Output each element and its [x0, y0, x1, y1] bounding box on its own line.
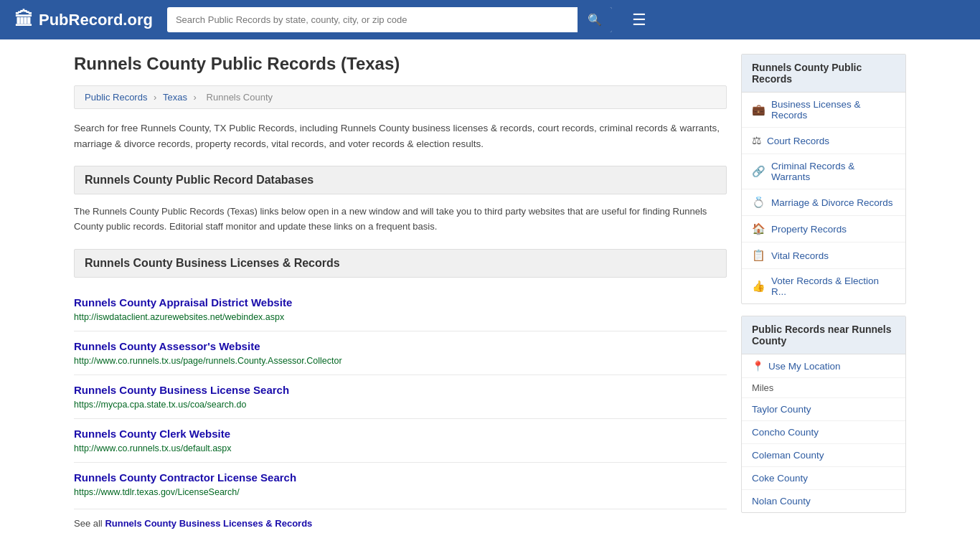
logo-icon: 🏛: [14, 9, 33, 31]
nearby-taylor[interactable]: Taylor County: [742, 398, 905, 421]
clipboard-icon: 📋: [752, 249, 765, 262]
sidebar-nearby-header: Public Records near Runnels County: [742, 316, 905, 354]
record-link-0[interactable]: Runnels County Appraisal District Websit…: [74, 296, 727, 309]
sidebar-label-court: Court Records: [767, 136, 829, 146]
sidebar-use-location[interactable]: 📍 Use My Location: [742, 354, 905, 378]
sidebar-item-voter[interactable]: 👍 Voter Records & Election R...: [742, 269, 905, 303]
nearby-concho[interactable]: Concho County: [742, 421, 905, 444]
nearby-nolan[interactable]: Nolan County: [742, 490, 905, 512]
breadcrumb-sep-2: ›: [194, 92, 199, 103]
sidebar-label-criminal: Criminal Records & Warrants: [771, 161, 895, 182]
site-logo[interactable]: 🏛 PubRecord.org: [14, 9, 153, 31]
sidebar-item-property[interactable]: 🏠 Property Records: [742, 216, 905, 242]
intro-text: Search for free Runnels County, TX Publi…: [74, 121, 727, 151]
record-link-3[interactable]: Runnels County Clerk Website: [74, 428, 727, 440]
breadcrumb-county: Runnels County: [207, 92, 273, 103]
sidebar: Runnels County Public Records 💼 Business…: [741, 54, 906, 537]
scales-icon: ⚖: [752, 134, 761, 147]
db-description: The Runnels County Public Records (Texas…: [74, 204, 727, 235]
breadcrumb: Public Records › Texas › Runnels County: [74, 85, 727, 109]
search-icon: 🔍: [588, 14, 602, 26]
main-content: Runnels County Public Records (Texas) Pu…: [74, 54, 727, 537]
business-section-header: Runnels County Business Licenses & Recor…: [74, 249, 727, 278]
db-section-header: Runnels County Public Record Databases: [74, 166, 727, 194]
record-item-1: Runnels County Assessor's Website http:/…: [74, 331, 727, 375]
miles-label: Miles: [752, 382, 773, 393]
record-url-3[interactable]: http://www.co.runnels.tx.us/default.aspx: [74, 443, 232, 453]
record-url-4[interactable]: https://www.tdlr.texas.gov/LicenseSearch…: [74, 487, 240, 497]
records-list: Runnels County Appraisal District Websit…: [74, 288, 727, 506]
record-url-2[interactable]: https://mycpa.cpa.state.tx.us/coa/search…: [74, 400, 246, 410]
logo-text: PubRecord.org: [39, 11, 153, 29]
sidebar-item-marriage[interactable]: 💍 Marriage & Divorce Records: [742, 189, 905, 216]
page-title: Runnels County Public Records (Texas): [74, 54, 727, 74]
briefcase-icon: 💼: [752, 103, 765, 116]
record-item-0: Runnels County Appraisal District Websit…: [74, 288, 727, 331]
sidebar-label-marriage: Marriage & Divorce Records: [771, 197, 893, 208]
sidebar-categories-section: Runnels County Public Records 💼 Business…: [741, 54, 906, 304]
sidebar-label-property: Property Records: [771, 224, 847, 235]
nearby-coke[interactable]: Coke County: [742, 467, 905, 490]
see-all-link[interactable]: Runnels County Business Licenses & Recor…: [105, 518, 312, 529]
sidebar-item-vital[interactable]: 📋 Vital Records: [742, 242, 905, 269]
sidebar-label-business: Business Licenses & Records: [771, 99, 895, 121]
see-all-section: See all Runnels County Business Licenses…: [74, 509, 727, 537]
menu-icon[interactable]: ☰: [632, 11, 646, 29]
use-location-label: Use My Location: [768, 361, 841, 372]
main-container: Runnels County Public Records (Texas) Pu…: [60, 39, 920, 551]
record-link-4[interactable]: Runnels County Contractor License Search: [74, 471, 727, 484]
sidebar-item-business[interactable]: 💼 Business Licenses & Records: [742, 93, 905, 128]
thumbsup-icon: 👍: [752, 280, 765, 293]
record-link-2[interactable]: Runnels County Business License Search: [74, 384, 727, 396]
site-header: 🏛 PubRecord.org 🔍 ☰: [0, 0, 980, 39]
search-bar: 🔍: [167, 7, 612, 32]
search-button[interactable]: 🔍: [578, 7, 612, 32]
search-input[interactable]: [167, 9, 578, 31]
record-item-2: Runnels County Business License Search h…: [74, 375, 727, 419]
record-url-0[interactable]: http://iswdataclient.azurewebsites.net/w…: [74, 312, 284, 322]
record-url-1[interactable]: http://www.co.runnels.tx.us/page/runnels…: [74, 356, 342, 366]
sidebar-label-vital: Vital Records: [771, 250, 829, 261]
sidebar-categories-header: Runnels County Public Records: [742, 55, 905, 93]
see-all-text: See all: [74, 518, 105, 529]
breadcrumb-public-records[interactable]: Public Records: [85, 92, 147, 103]
record-link-1[interactable]: Runnels County Assessor's Website: [74, 340, 727, 352]
sidebar-label-voter: Voter Records & Election R...: [771, 276, 895, 297]
record-item-3: Runnels County Clerk Website http://www.…: [74, 419, 727, 463]
sidebar-item-criminal[interactable]: 🔗 Criminal Records & Warrants: [742, 154, 905, 189]
record-item-4: Runnels County Contractor License Search…: [74, 463, 727, 506]
sidebar-nearby-section: Public Records near Runnels County 📍 Use…: [741, 316, 906, 513]
link-icon: 🔗: [752, 165, 765, 178]
ring-icon: 💍: [752, 196, 765, 209]
nearby-coleman[interactable]: Coleman County: [742, 444, 905, 467]
breadcrumb-sep-1: ›: [154, 92, 159, 103]
sidebar-item-court[interactable]: ⚖ Court Records: [742, 128, 905, 154]
location-icon: 📍: [752, 360, 764, 372]
breadcrumb-texas[interactable]: Texas: [163, 92, 187, 103]
miles-container: Miles: [742, 378, 905, 398]
home-icon: 🏠: [752, 222, 765, 235]
